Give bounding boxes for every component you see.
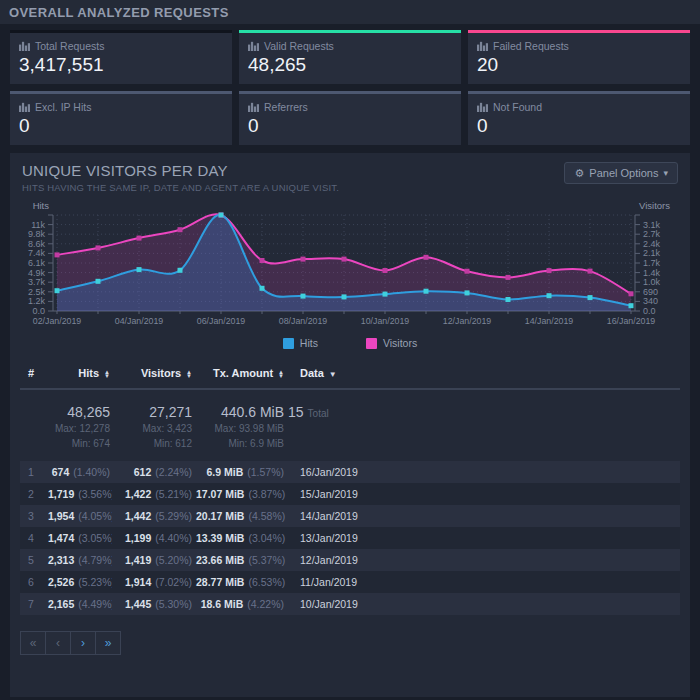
svg-text:02/Jan/2019: 02/Jan/2019 bbox=[33, 316, 82, 326]
panel-options-button[interactable]: ⚙ Panel Options ▾ bbox=[564, 162, 678, 184]
table-row[interactable]: 7 2,165(4.49%) 1,445(5.30%) 18.6 MiB(4.2… bbox=[20, 593, 680, 615]
svg-text:16/Jan/2019: 16/Jan/2019 bbox=[607, 316, 656, 326]
hits-point[interactable] bbox=[424, 289, 429, 294]
summary-total: 27,271 bbox=[114, 404, 192, 421]
visitors-point[interactable] bbox=[260, 258, 265, 263]
panel-titles: UNIQUE VISITORS PER DAY HITS HAVING THE … bbox=[22, 162, 339, 193]
stat-card-total-requests: Total Requests 3,417,551 bbox=[10, 30, 232, 84]
next-page-button[interactable]: › bbox=[70, 631, 96, 655]
stat-card-value: 0 bbox=[19, 114, 223, 138]
bar-chart-icon bbox=[248, 40, 259, 51]
hits-point[interactable] bbox=[55, 288, 60, 293]
svg-text:12/Jan/2019: 12/Jan/2019 bbox=[443, 316, 492, 326]
visitors-table: #Hits▲▼Visitors▲▼Tx. Amount▲▼Data▼ 48,26… bbox=[20, 361, 680, 615]
visitors-point[interactable] bbox=[629, 291, 634, 296]
visitors-point[interactable] bbox=[55, 252, 60, 257]
stat-card-label-text: Excl. IP Hits bbox=[35, 101, 91, 113]
table-header: #Hits▲▼Visitors▲▼Tx. Amount▲▼Data▼ bbox=[20, 361, 680, 389]
visitors-per-day-chart: 0.01.2k2.5k3.7k4.9k6.1k7.4k8.6k9.8k11k0.… bbox=[11, 201, 689, 335]
sort-desc-icon: ▼ bbox=[329, 370, 337, 379]
svg-text:04/Jan/2019: 04/Jan/2019 bbox=[115, 316, 164, 326]
bar-chart-icon bbox=[477, 101, 488, 112]
cell-visitors: 612(2.24%) bbox=[112, 461, 194, 483]
row-index: 6 bbox=[20, 571, 46, 593]
column-header-tx-amount[interactable]: Tx. Amount▲▼ bbox=[194, 361, 286, 389]
visitors-point[interactable] bbox=[547, 268, 552, 273]
table-row[interactable]: 6 2,526(5.23%) 1,914(7.02%) 28.77 MiB(6.… bbox=[20, 571, 680, 593]
stat-card-not-found: Not Found 0 bbox=[468, 91, 690, 145]
table-row[interactable]: 1 674(1.40%) 612(2.24%) 6.9 MiB(1.57%) 1… bbox=[20, 461, 680, 483]
legend-item-visitors[interactable]: Visitors bbox=[366, 337, 417, 349]
chevron-down-icon: ▾ bbox=[663, 168, 668, 178]
hits-point[interactable] bbox=[547, 293, 552, 298]
chart-svg: 0.01.2k2.5k3.7k4.9k6.1k7.4k8.6k9.8k11k0.… bbox=[11, 201, 689, 335]
visitors-point[interactable] bbox=[383, 268, 388, 273]
stat-card-label-text: Total Requests bbox=[35, 40, 104, 52]
chart-legend: Hits Visitors bbox=[10, 337, 690, 349]
hits-point[interactable] bbox=[96, 279, 101, 284]
prev-page-button[interactable]: ‹ bbox=[45, 631, 71, 655]
row-index: 4 bbox=[20, 527, 46, 549]
unique-visitors-panel: UNIQUE VISITORS PER DAY HITS HAVING THE … bbox=[10, 153, 690, 697]
table-row[interactable]: 2 1,719(3.56%) 1,422(5.21%) 17.07 MiB(3.… bbox=[20, 483, 680, 505]
summary-max: Max: 93.98 MiB bbox=[196, 421, 284, 436]
hits-point[interactable] bbox=[178, 268, 183, 273]
cell-hits: 1,474(3.05%) bbox=[46, 527, 112, 549]
legend-label: Hits bbox=[300, 337, 318, 349]
row-index: 3 bbox=[20, 505, 46, 527]
svg-text:1.0k: 1.0k bbox=[643, 277, 661, 287]
hits-point[interactable] bbox=[260, 286, 265, 291]
cell-tx-amount: 18.6 MiB(4.22%) bbox=[194, 593, 286, 615]
hits-point[interactable] bbox=[629, 303, 634, 308]
cell-data-date: 16/Jan/2019 bbox=[286, 461, 426, 483]
column-header-hits[interactable]: Hits▲▼ bbox=[46, 361, 112, 389]
legend-swatch bbox=[366, 338, 377, 349]
column-header-data[interactable]: Data▼ bbox=[286, 361, 426, 389]
stat-card-value: 48,265 bbox=[248, 53, 452, 77]
hits-point[interactable] bbox=[342, 294, 347, 299]
stat-card-value: 20 bbox=[477, 53, 681, 77]
cell-data-date: 13/Jan/2019 bbox=[286, 527, 426, 549]
hits-point[interactable] bbox=[588, 295, 593, 300]
hits-point[interactable] bbox=[137, 267, 142, 272]
hits-point[interactable] bbox=[301, 294, 306, 299]
column-header-visitors[interactable]: Visitors▲▼ bbox=[112, 361, 194, 389]
legend-item-hits[interactable]: Hits bbox=[283, 337, 318, 349]
visitors-point[interactable] bbox=[178, 227, 183, 232]
cell-data-date: 11/Jan/2019 bbox=[286, 571, 426, 593]
table-row[interactable]: 3 1,954(4.05%) 1,442(5.29%) 20.17 MiB(4.… bbox=[20, 505, 680, 527]
visitors-point[interactable] bbox=[342, 257, 347, 262]
summary-min: Min: 6.9 MiB bbox=[196, 436, 284, 451]
first-page-button[interactable]: « bbox=[20, 631, 46, 655]
table-row[interactable]: 5 2,313(4.79%) 1,419(5.20%) 23.66 MiB(5.… bbox=[20, 549, 680, 571]
table-row[interactable]: 4 1,474(3.05%) 1,199(4.40%) 13.39 MiB(3.… bbox=[20, 527, 680, 549]
hits-point[interactable] bbox=[219, 213, 224, 218]
cell-visitors: 1,422(5.21%) bbox=[112, 483, 194, 505]
hits-point[interactable] bbox=[465, 290, 470, 295]
last-page-button[interactable]: » bbox=[95, 631, 121, 655]
hits-point[interactable] bbox=[506, 297, 511, 302]
visitors-point[interactable] bbox=[506, 275, 511, 280]
panel-options-label: Panel Options bbox=[589, 167, 658, 179]
cell-tx-amount: 6.9 MiB(1.57%) bbox=[194, 461, 286, 483]
visitors-point[interactable] bbox=[465, 269, 470, 274]
stat-card-referrers: Referrers 0 bbox=[239, 91, 461, 145]
visitors-point[interactable] bbox=[301, 257, 306, 262]
cell-data-date: 15/Jan/2019 bbox=[286, 483, 426, 505]
summary-cards: Total Requests 3,417,551 Valid Requests … bbox=[0, 24, 700, 145]
stat-card-label: Total Requests bbox=[19, 38, 223, 53]
stat-card-value: 0 bbox=[248, 114, 452, 138]
visitors-point[interactable] bbox=[424, 255, 429, 260]
cell-hits: 1,954(4.05%) bbox=[46, 505, 112, 527]
visitors-point[interactable] bbox=[137, 236, 142, 241]
svg-text:0.0: 0.0 bbox=[643, 306, 656, 316]
left-axis-title: Hits bbox=[33, 201, 50, 211]
hits-point[interactable] bbox=[383, 292, 388, 297]
visitors-point[interactable] bbox=[588, 269, 593, 274]
cell-tx-amount: 20.17 MiB(4.58%) bbox=[194, 505, 286, 527]
stat-card-label: Excl. IP Hits bbox=[19, 99, 223, 114]
stat-card-excl-ip-hits: Excl. IP Hits 0 bbox=[10, 91, 232, 145]
svg-text:2.4k: 2.4k bbox=[643, 239, 661, 249]
panel-header: UNIQUE VISITORS PER DAY HITS HAVING THE … bbox=[10, 153, 690, 193]
visitors-point[interactable] bbox=[96, 245, 101, 250]
